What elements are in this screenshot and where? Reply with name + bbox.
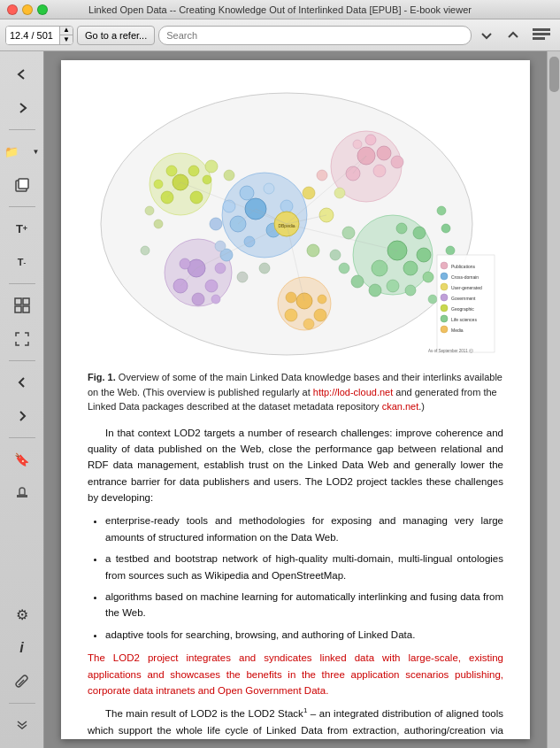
svg-rect-100 [437,255,495,352]
search-down-button[interactable] [475,24,498,47]
svg-point-109 [441,305,448,312]
back-button[interactable] [6,58,38,90]
add-bookmark-button[interactable]: 🔖 [6,443,38,475]
svg-point-82 [154,220,163,228]
forward-icon [15,101,29,115]
svg-point-24 [223,200,235,212]
svg-point-46 [339,263,349,274]
svg-rect-0 [533,28,550,31]
search-bar[interactable] [158,26,472,45]
svg-point-77 [330,250,341,260]
tools-button[interactable] [6,666,38,698]
svg-point-25 [244,236,255,247]
maximize-button[interactable] [37,4,48,15]
scrollbar[interactable] [547,51,560,748]
svg-point-43 [413,227,426,239]
page-stepper[interactable]: ▲ ▼ [59,26,73,45]
svg-point-38 [387,280,399,292]
svg-point-81 [145,206,154,215]
svg-point-83 [141,246,150,255]
info-button[interactable]: i [6,632,38,664]
para2-text: The LOD2 project integrates and syndicat… [88,652,503,696]
font-increase-button[interactable]: T+ [6,212,38,244]
divider-4 [9,360,35,361]
window-controls[interactable] [7,4,48,15]
svg-point-74 [205,160,218,173]
svg-text:Geographic: Geographic [451,306,474,312]
chevron-down-double-icon [15,718,29,732]
fig-label: Fig. 1. [88,372,116,382]
svg-point-71 [317,170,327,181]
copy-button[interactable] [6,169,38,201]
svg-point-80 [237,272,248,282]
divider-2 [9,206,35,207]
svg-point-78 [334,188,345,198]
back-icon [15,67,29,81]
window-title: Linked Open Data -- Creating Knowledge O… [7,4,553,15]
lod-cloud-link[interactable]: http://lod-cloud.net [313,387,394,397]
svg-point-72 [210,218,222,230]
content-area[interactable]: DBpedia [44,51,547,748]
svg-point-42 [423,272,433,282]
svg-point-113 [441,326,448,333]
svg-point-62 [285,309,297,321]
prev-page-button[interactable] [6,366,38,398]
svg-text:Cross-domain: Cross-domain [451,274,479,280]
annotation-button[interactable] [6,477,38,509]
divider-1 [9,129,35,130]
svg-point-111 [441,315,448,322]
next-page-button[interactable] [6,400,38,432]
page-number-control[interactable]: ▲ ▼ [5,26,73,45]
goto-reference-button[interactable]: Go to a refer... [77,26,155,45]
svg-rect-4 [19,179,28,189]
search-input[interactable] [166,30,464,41]
svg-point-50 [192,293,204,305]
page-increment-button[interactable]: ▲ [60,26,73,36]
settings-button[interactable]: ⚙ [6,598,38,630]
svg-point-45 [351,275,364,288]
close-button[interactable] [7,4,18,15]
fullscreen-button[interactable] [6,323,38,355]
svg-point-64 [303,319,314,329]
more-button[interactable] [6,709,38,741]
bullet-item-3: algorithms based on machine learning for… [105,589,503,621]
font-decrease-button[interactable]: T- [6,246,38,278]
svg-rect-1 [533,33,550,35]
lod-cloud-svg: DBpedia [92,78,499,361]
page-input[interactable] [6,27,59,44]
scroll-thumb[interactable] [549,57,559,92]
para3-start: The main result of LOD2 is the LOD2 Stac… [105,708,303,719]
svg-point-52 [215,263,226,274]
paragraph-3: The main result of LOD2 is the LOD2 Stac… [88,706,503,739]
layout-button[interactable] [6,289,38,321]
paragraph-1: In that context LOD2 targets a number of… [88,425,503,506]
svg-rect-6 [23,298,29,305]
svg-point-85 [441,224,450,233]
svg-point-56 [190,191,203,204]
svg-point-68 [307,244,319,257]
divider-6 [9,703,35,704]
page-decrement-button[interactable]: ▼ [60,35,73,45]
svg-point-41 [417,248,431,262]
svg-text:As of September 2011   ⓒ: As of September 2011 ⓒ [428,348,473,353]
copy-icon [14,177,30,193]
svg-point-23 [264,183,274,194]
svg-point-44 [396,223,407,234]
forward-button[interactable] [6,92,38,124]
toolbar: ▲ ▼ Go to a refer... [0,19,560,51]
svg-text:User-generated: User-generated [451,285,482,290]
svg-rect-2 [533,37,545,40]
list-icon [533,28,550,42]
svg-point-87 [428,295,437,304]
ckan-link[interactable]: ckan.net [382,401,419,412]
main-area: 📁 ▼ T+ T- [0,51,560,748]
svg-point-105 [441,283,448,290]
grid-icon [14,297,30,313]
toc-button[interactable] [528,24,555,47]
svg-point-40 [405,285,416,296]
bookmarks-dropdown-button[interactable]: 📁 ▼ [3,135,42,167]
minimize-button[interactable] [22,4,33,15]
search-up-button[interactable] [502,24,525,47]
bullet-item-2: a testbed and bootstrap network of high-… [105,551,503,583]
title-bar: Linked Open Data -- Creating Knowledge O… [0,0,560,19]
